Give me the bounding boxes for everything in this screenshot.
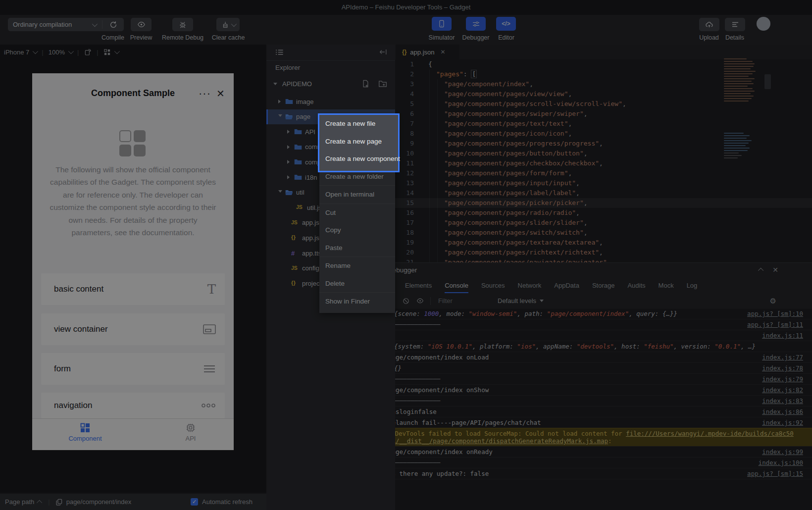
chip-icon bbox=[161, 423, 220, 433]
tab-appdata[interactable]: AppData bbox=[554, 277, 579, 294]
tab-network[interactable]: Network bbox=[518, 277, 542, 294]
log-levels-select[interactable]: Default levels bbox=[498, 297, 544, 305]
menu-item-copy[interactable]: Copy bbox=[319, 221, 395, 239]
sourcemap-link[interactable]: file:///Users/wangyi/.mpdev-ide/builds/c… bbox=[388, 430, 794, 445]
minimap-line bbox=[724, 78, 755, 79]
console-row-log: hasloginfalseindex.js:86 bbox=[381, 406, 812, 417]
minimap-line bbox=[724, 96, 754, 97]
tab-console[interactable]: Console bbox=[445, 277, 468, 294]
details-lines-icon bbox=[731, 21, 739, 28]
more-icon[interactable]: ··· bbox=[199, 87, 211, 100]
console-row-dash: ──────────────index.js:79 bbox=[381, 373, 812, 384]
source-link[interactable]: index.js:100 bbox=[759, 459, 803, 466]
editor-scrollbar-thumb[interactable] bbox=[764, 74, 771, 89]
minimap-line bbox=[724, 61, 753, 62]
minimap-line bbox=[724, 150, 748, 151]
page-path-toggle[interactable]: Page path bbox=[5, 498, 42, 506]
layout-grid-button[interactable] bbox=[103, 49, 118, 56]
compile-button[interactable] bbox=[102, 21, 124, 29]
new-file-icon[interactable] bbox=[362, 80, 369, 88]
auto-refresh-toggle[interactable]: ✓ Automatic refresh bbox=[191, 498, 253, 506]
menu-item-rename[interactable]: Rename bbox=[319, 256, 395, 275]
menu-item-show-in-finder[interactable]: Show in Finder bbox=[319, 292, 395, 310]
folder-open-icon bbox=[285, 113, 293, 120]
tab-sources[interactable]: Sources bbox=[481, 277, 505, 294]
source-link[interactable]: index.js:78 bbox=[762, 364, 803, 372]
clear-cache-button[interactable] bbox=[216, 18, 240, 31]
source-link[interactable]: index.js:83 bbox=[762, 397, 803, 405]
preview-button[interactable] bbox=[131, 18, 152, 31]
remote-debug-button[interactable] bbox=[172, 18, 193, 31]
list-item-form[interactable]: form bbox=[41, 353, 225, 385]
menu-item-open-in-terminal[interactable]: Open in terminal bbox=[319, 185, 395, 204]
code-line: 18"page/component/pages/switch/switch", bbox=[395, 228, 812, 238]
cloud-upload-icon bbox=[705, 21, 713, 28]
tab-component[interactable]: Component bbox=[55, 423, 115, 442]
project-root-row[interactable]: APIDEMO bbox=[266, 76, 395, 91]
copy-icon[interactable] bbox=[56, 499, 62, 506]
zoom-select[interactable]: 100% bbox=[49, 49, 72, 56]
minimap-line bbox=[724, 153, 739, 153]
tab-audits[interactable]: Audits bbox=[627, 277, 645, 294]
menu-item-cut[interactable]: Cut bbox=[319, 204, 395, 222]
clear-console-button[interactable] bbox=[403, 298, 409, 305]
file-list-icon[interactable] bbox=[275, 49, 284, 56]
editor-toggle-button[interactable]: </> bbox=[496, 17, 516, 31]
settings-gear-icon[interactable]: ⚙ bbox=[770, 297, 776, 306]
editor-tab-appjson[interactable]: {} app.json ✕ bbox=[396, 45, 459, 59]
debugger-toggle-button[interactable] bbox=[466, 17, 486, 31]
menu-item-create-a-new-file[interactable]: Create a new file bbox=[319, 115, 398, 133]
collapse-panel-icon[interactable] bbox=[758, 268, 763, 273]
checkbox-checked-icon: ✓ bbox=[191, 498, 198, 506]
minimap[interactable] bbox=[724, 58, 761, 197]
tab-mock[interactable]: Mock bbox=[659, 277, 674, 294]
rotate-device-button[interactable] bbox=[84, 48, 92, 56]
list-item-basic-content[interactable]: basic content T bbox=[41, 273, 225, 305]
tab-log[interactable]: Log bbox=[687, 277, 698, 294]
source-link[interactable]: app.js? [sm]:11 bbox=[747, 321, 803, 328]
menu-item-create-a-new-page[interactable]: Create a new page bbox=[319, 133, 398, 151]
tree-item-image[interactable]: image bbox=[266, 94, 395, 109]
compile-mode-select[interactable]: Ordinary compilation bbox=[8, 21, 102, 28]
source-link[interactable]: app.js? [sm]:15 bbox=[747, 470, 803, 477]
triangle-right-icon bbox=[278, 100, 281, 103]
tab-api[interactable]: API bbox=[161, 423, 220, 442]
triangle-down-icon bbox=[540, 300, 544, 302]
simulator-toggle-button[interactable] bbox=[432, 17, 452, 31]
collapse-sidebar-icon[interactable] bbox=[379, 49, 387, 55]
source-link[interactable]: index.js:99 bbox=[762, 448, 803, 456]
source-link[interactable]: index.js:77 bbox=[762, 354, 803, 361]
menu-item-create-a-new-component[interactable]: Create a new component bbox=[319, 150, 398, 168]
source-link[interactable]: app.js? [sm]:10 bbox=[747, 310, 803, 317]
folder-icon bbox=[285, 98, 293, 105]
folder-icon bbox=[294, 128, 302, 135]
list-item-view-container[interactable]: view container bbox=[41, 313, 225, 345]
auto-refresh-label: Automatic refresh bbox=[202, 498, 253, 506]
list-item-navigation[interactable]: navigation bbox=[41, 393, 225, 418]
avatar[interactable] bbox=[757, 17, 770, 31]
source-link[interactable]: index.js:11 bbox=[762, 332, 803, 339]
console-row-dash: ──────────────index.js:100 bbox=[381, 457, 812, 468]
tab-storage[interactable]: Storage bbox=[592, 277, 615, 294]
folder-icon bbox=[294, 158, 302, 165]
chevron-down-icon bbox=[68, 49, 74, 54]
close-icon[interactable]: ✕ bbox=[216, 88, 225, 100]
console-toolbar: Default levels ⚙ bbox=[381, 294, 812, 308]
new-folder-icon[interactable] bbox=[379, 80, 387, 87]
source-link[interactable]: index.js:82 bbox=[762, 386, 803, 394]
close-panel-icon[interactable]: ✕ bbox=[772, 266, 778, 274]
details-button[interactable] bbox=[725, 18, 745, 31]
source-link[interactable]: index.js:86 bbox=[762, 408, 803, 415]
device-select[interactable]: iPhone 7 bbox=[4, 49, 37, 56]
menu-item-delete[interactable]: Delete bbox=[319, 275, 395, 293]
eye-icon[interactable] bbox=[416, 298, 424, 304]
device-name: iPhone 7 bbox=[4, 49, 29, 56]
close-icon[interactable]: ✕ bbox=[441, 49, 446, 55]
source-link[interactable]: index.js:92 bbox=[762, 419, 803, 426]
menu-item-paste[interactable]: Paste bbox=[319, 239, 395, 257]
upload-button[interactable] bbox=[699, 18, 719, 31]
minimap-line bbox=[724, 86, 748, 87]
tab-elements[interactable]: Elements bbox=[405, 277, 432, 294]
minimap-line bbox=[724, 133, 744, 134]
source-link[interactable]: index.js:79 bbox=[762, 375, 803, 383]
